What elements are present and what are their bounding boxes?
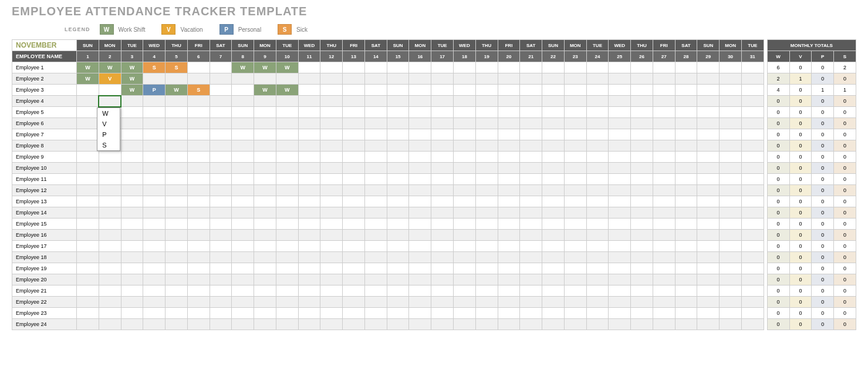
attendance-cell[interactable]: [143, 274, 166, 285]
attendance-cell[interactable]: [298, 174, 320, 185]
attendance-cell[interactable]: [298, 263, 320, 274]
attendance-cell[interactable]: [232, 85, 254, 96]
attendance-cell[interactable]: [121, 207, 143, 219]
attendance-cell[interactable]: [675, 163, 697, 174]
attendance-cell[interactable]: P: [143, 85, 166, 96]
attendance-cell[interactable]: [586, 241, 609, 252]
attendance-cell[interactable]: [675, 196, 697, 207]
attendance-cell[interactable]: [99, 285, 121, 297]
attendance-cell[interactable]: [232, 163, 254, 174]
employee-name[interactable]: Employee 3: [12, 85, 77, 96]
attendance-cell[interactable]: [720, 207, 742, 219]
attendance-cell[interactable]: [454, 140, 476, 152]
attendance-cell[interactable]: [498, 263, 520, 274]
attendance-cell[interactable]: [364, 196, 387, 207]
attendance-cell[interactable]: [343, 185, 365, 196]
attendance-cell[interactable]: [121, 196, 143, 207]
attendance-cell[interactable]: [741, 207, 764, 219]
employee-name[interactable]: Employee 13: [12, 196, 77, 207]
attendance-cell[interactable]: [77, 308, 99, 319]
attendance-cell[interactable]: [454, 118, 476, 129]
attendance-cell[interactable]: [564, 129, 586, 140]
attendance-cell[interactable]: [564, 230, 586, 241]
attendance-cell[interactable]: [741, 319, 764, 330]
attendance-cell[interactable]: [143, 185, 166, 196]
attendance-cell[interactable]: [121, 230, 143, 241]
attendance-cell[interactable]: [697, 219, 720, 230]
attendance-cell[interactable]: [675, 118, 697, 129]
attendance-cell[interactable]: [720, 140, 742, 152]
employee-name[interactable]: Employee 22: [12, 297, 77, 308]
attendance-cell[interactable]: [409, 230, 431, 241]
attendance-cell[interactable]: [520, 297, 542, 308]
attendance-cell[interactable]: [121, 219, 143, 230]
attendance-cell[interactable]: [343, 118, 365, 129]
attendance-cell[interactable]: [653, 241, 675, 252]
attendance-cell[interactable]: [143, 118, 166, 129]
attendance-cell[interactable]: [121, 319, 143, 330]
attendance-cell[interactable]: [720, 129, 742, 140]
attendance-cell[interactable]: [498, 274, 520, 285]
attendance-cell[interactable]: [276, 107, 298, 118]
attendance-cell[interactable]: [720, 85, 742, 96]
attendance-cell[interactable]: [631, 96, 653, 107]
attendance-cell[interactable]: [520, 118, 542, 129]
attendance-cell[interactable]: [675, 285, 697, 297]
attendance-cell[interactable]: [697, 230, 720, 241]
employee-name[interactable]: Employee 14: [12, 207, 77, 219]
attendance-cell[interactable]: [431, 297, 454, 308]
attendance-cell[interactable]: [498, 96, 520, 107]
attendance-cell[interactable]: W: [121, 85, 143, 96]
attendance-cell[interactable]: [121, 152, 143, 163]
attendance-cell[interactable]: [99, 85, 121, 96]
attendance-cell[interactable]: [741, 174, 764, 185]
attendance-cell[interactable]: [254, 285, 276, 297]
attendance-cell[interactable]: [276, 185, 298, 196]
attendance-cell[interactable]: [409, 263, 431, 274]
attendance-cell[interactable]: [364, 174, 387, 185]
attendance-cell[interactable]: [232, 219, 254, 230]
attendance-cell[interactable]: [520, 140, 542, 152]
attendance-cell[interactable]: [320, 230, 343, 241]
attendance-cell[interactable]: [166, 163, 188, 174]
attendance-cell[interactable]: [232, 174, 254, 185]
attendance-cell[interactable]: [364, 207, 387, 219]
attendance-cell[interactable]: [77, 140, 99, 152]
attendance-cell[interactable]: [343, 252, 365, 263]
attendance-cell[interactable]: [720, 252, 742, 263]
attendance-cell[interactable]: [675, 219, 697, 230]
attendance-cell[interactable]: [609, 96, 631, 107]
attendance-cell[interactable]: [653, 185, 675, 196]
attendance-cell[interactable]: [454, 96, 476, 107]
attendance-cell[interactable]: W: [254, 85, 276, 96]
attendance-cell[interactable]: [121, 308, 143, 319]
attendance-cell[interactable]: [586, 196, 609, 207]
attendance-cell[interactable]: [653, 140, 675, 152]
attendance-cell[interactable]: [542, 185, 565, 196]
attendance-cell[interactable]: [675, 174, 697, 185]
attendance-cell[interactable]: [99, 263, 121, 274]
attendance-cell[interactable]: [741, 185, 764, 196]
attendance-cell[interactable]: [121, 252, 143, 263]
attendance-cell[interactable]: [631, 73, 653, 85]
attendance-cell[interactable]: [520, 185, 542, 196]
attendance-cell[interactable]: [653, 263, 675, 274]
attendance-cell[interactable]: [143, 241, 166, 252]
attendance-cell[interactable]: [343, 230, 365, 241]
attendance-cell[interactable]: [564, 152, 586, 163]
attendance-cell[interactable]: [564, 62, 586, 73]
employee-name[interactable]: Employee 15: [12, 219, 77, 230]
attendance-cell[interactable]: [631, 207, 653, 219]
attendance-cell[interactable]: [720, 152, 742, 163]
attendance-cell[interactable]: [475, 118, 498, 129]
attendance-cell[interactable]: [609, 163, 631, 174]
attendance-cell[interactable]: [387, 263, 409, 274]
attendance-cell[interactable]: [387, 274, 409, 285]
attendance-cell[interactable]: [564, 140, 586, 152]
attendance-cell[interactable]: [653, 85, 675, 96]
attendance-cell[interactable]: [409, 308, 431, 319]
attendance-cell[interactable]: [675, 297, 697, 308]
attendance-cell[interactable]: [99, 163, 121, 174]
attendance-cell[interactable]: [409, 140, 431, 152]
attendance-cell[interactable]: [77, 196, 99, 207]
